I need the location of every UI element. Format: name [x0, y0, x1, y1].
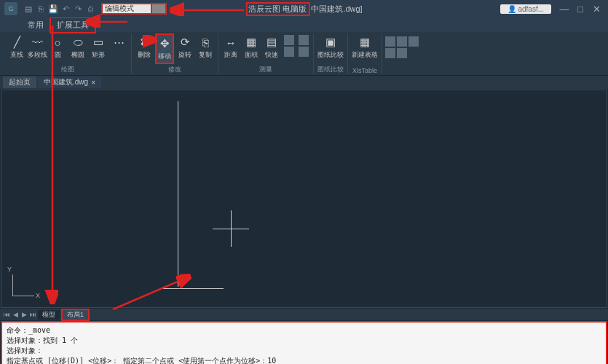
drawn-vertical-line	[178, 101, 178, 287]
copy-button[interactable]: ⎘复制	[196, 33, 215, 64]
group-label-compare: 图纸比较	[317, 65, 344, 74]
ucs-x-axis	[12, 296, 34, 296]
more-draw-button[interactable]: ⋯	[109, 33, 128, 61]
small-icon-2[interactable]	[284, 47, 294, 57]
extra-tools	[382, 33, 422, 61]
maximize-button[interactable]: □	[573, 3, 588, 15]
ellipse-icon: ⬭	[71, 35, 85, 50]
tool-icon-e[interactable]	[397, 48, 407, 58]
tool-icon-c[interactable]	[408, 36, 419, 47]
tool-icon-b[interactable]	[397, 36, 407, 47]
drawn-horizontal-line	[162, 288, 224, 289]
qat-undo-icon[interactable]: ↶	[60, 4, 71, 14]
layout-tab-layout1[interactable]: 布局1	[61, 309, 90, 321]
mode-dropdown-button[interactable]	[152, 3, 167, 15]
qat-open-icon[interactable]: ⎘	[36, 4, 46, 14]
group-label-measure: 测量	[259, 65, 272, 74]
compare-button[interactable]: ▣图纸比较	[317, 33, 344, 61]
layout-tabs: ⏮ ◀ ▶ ⏭ 模型 布局1	[0, 309, 608, 320]
cmd-line-1: 命令：_move	[7, 325, 601, 336]
qat-print-icon[interactable]: ⎙	[85, 4, 95, 14]
measure-small-buttons-2	[297, 33, 310, 61]
area-icon: ▦	[244, 35, 258, 50]
polyline-icon: 〰	[30, 35, 44, 50]
circle-button[interactable]: ○圆	[48, 33, 67, 61]
layout-nav-prev[interactable]: ◀	[12, 311, 19, 318]
document-tabs: 起始页 中国建筑.dwg ×	[0, 76, 608, 89]
doctab-active[interactable]: 中国建筑.dwg ×	[38, 76, 101, 88]
minimize-button[interactable]: —	[557, 3, 572, 15]
ucs-y-label: Y	[7, 266, 12, 273]
cmd-line-4: 指定基点或 [位移(D)] <位移>： 指定第二个点或 <使用第一个点作为位移>…	[7, 356, 601, 364]
app-logo[interactable]: G	[4, 2, 17, 15]
dist-icon: ↔	[224, 35, 238, 50]
move-icon: ✥	[157, 36, 172, 51]
qat-save-icon[interactable]: 💾	[48, 4, 58, 14]
group-label-modify: 修改	[168, 65, 181, 74]
ribbon: ╱直线 〰多段线 ○圆 ⬭椭圆 ▭矩形 ⋯ 绘图 ✖删除 ✥移动 ⟳旋转 ⎘复制…	[0, 32, 608, 76]
newtable-button[interactable]: ▦新建表格	[351, 33, 379, 61]
doc-name: 中国建筑.dwg]	[311, 4, 362, 15]
ribbon-group-draw: ╱直线 〰多段线 ○圆 ⬭椭圆 ▭矩形 ⋯ 绘图	[4, 33, 132, 74]
qat-redo-icon[interactable]: ↷	[73, 4, 83, 14]
tab-ext-tools[interactable]: 扩展工具	[50, 17, 96, 33]
small-icon-3[interactable]	[299, 35, 309, 45]
layout-nav-last[interactable]: ⏭	[29, 311, 36, 318]
ribbon-tabs: 常用 扩展工具	[0, 17, 608, 32]
rect-icon: ▭	[91, 35, 106, 50]
line-button[interactable]: ╱直线	[7, 33, 26, 61]
user-icon: 👤	[508, 5, 516, 13]
window-title: 浩辰云图 电脑版 中国建筑.dwg]	[245, 2, 362, 16]
quick-icon: ▤	[264, 35, 279, 50]
dist-button[interactable]: ↔距离	[221, 33, 240, 61]
drawing-viewport[interactable]: Y X	[1, 90, 607, 308]
close-button[interactable]: ✕	[589, 3, 604, 15]
rotate-icon: ⟳	[178, 35, 192, 50]
cmd-line-2: 选择对象：找到 1 个	[7, 336, 601, 346]
ribbon-group-table: ▦新建表格 XlsTable	[348, 33, 382, 74]
dots-icon: ⋯	[111, 35, 126, 50]
cmd-line-3: 选择对象：	[7, 346, 601, 356]
polyline-button[interactable]: 〰多段线	[28, 33, 47, 61]
doctab-start[interactable]: 起始页	[3, 76, 36, 88]
rect-button[interactable]: ▭矩形	[89, 33, 108, 61]
copy-icon: ⎘	[198, 35, 213, 50]
tool-icon-d[interactable]	[385, 48, 395, 58]
layout-tab-model[interactable]: 模型	[38, 310, 60, 320]
compare-icon: ▣	[323, 35, 338, 50]
group-label-table: XlsTable	[352, 67, 377, 74]
ribbon-group-modify: ✖删除 ✥移动 ⟳旋转 ⎘复制 修改	[132, 33, 218, 74]
circle-icon: ○	[50, 35, 65, 50]
layout-nav-next[interactable]: ▶	[20, 311, 28, 318]
command-window[interactable]: 命令：_move 选择对象：找到 1 个 选择对象： 指定基点或 [位移(D)]…	[1, 321, 607, 364]
area-button[interactable]: ▦面积	[242, 33, 261, 61]
ucs-x-label: X	[36, 292, 40, 299]
rotate-button[interactable]: ⟳旋转	[175, 33, 194, 64]
tab-close-icon[interactable]: ×	[91, 79, 95, 87]
quick-button[interactable]: ▤快速	[262, 33, 281, 61]
line-icon: ╱	[9, 35, 24, 50]
delete-button[interactable]: ✖删除	[135, 33, 154, 64]
ribbon-group-measure: ↔距离 ▦面积 ▤快速 测量	[218, 33, 314, 74]
tab-common[interactable]: 常用	[22, 18, 50, 32]
user-badge[interactable]: 👤 adfasf...	[500, 4, 551, 14]
tool-icon-a[interactable]	[385, 36, 395, 47]
ucs-y-axis	[12, 274, 13, 296]
measure-small-buttons	[283, 33, 296, 61]
delete-icon: ✖	[137, 35, 151, 50]
small-icon-1[interactable]	[284, 35, 294, 45]
app-name-highlight: 浩辰云图 电脑版	[245, 2, 309, 16]
group-label-draw: 绘图	[61, 65, 74, 74]
titlebar: G ▤ ⎘ 💾 ↶ ↷ ⎙ 编辑模式 浩辰云图 电脑版 中国建筑.dwg] 👤 …	[0, 0, 608, 17]
table-icon: ▦	[358, 35, 372, 50]
qat-new-icon[interactable]: ▤	[23, 4, 33, 14]
mode-selector[interactable]: 编辑模式	[101, 3, 152, 15]
ellipse-button[interactable]: ⬭椭圆	[68, 33, 87, 61]
quick-access-toolbar: ▤ ⎘ 💾 ↶ ↷ ⎙	[23, 4, 95, 14]
ribbon-group-compare: ▣图纸比较 图纸比较	[314, 33, 348, 74]
layout-nav-first[interactable]: ⏮	[3, 311, 10, 318]
move-button[interactable]: ✥移动	[155, 33, 174, 64]
crosshair-vertical	[231, 210, 232, 247]
small-icon-4[interactable]	[299, 47, 309, 57]
